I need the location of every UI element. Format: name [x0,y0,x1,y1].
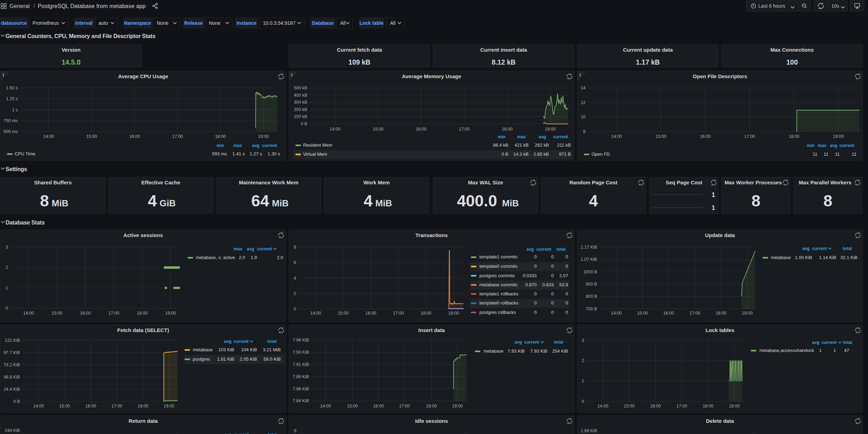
svg-text:0: 0 [534,310,537,315]
svg-text:11: 11 [824,152,829,157]
svg-text:15:00: 15:00 [59,404,70,409]
svg-text:Max WAL Size: Max WAL Size [468,179,503,185]
svg-text:i: i [580,73,581,78]
svg-text:current: current [536,247,552,252]
svg-text:template0 rollbacks: template0 rollbacks [479,300,518,306]
svg-text:1.81 KiB: 1.81 KiB [217,356,234,362]
svg-text:All: All [340,20,346,26]
svg-text:1.17 kB: 1.17 kB [636,58,660,66]
svg-text:Database Stats: Database Stats [6,220,45,226]
svg-text:min: min [216,143,224,148]
svg-text:Random Page Cost: Random Page Cost [569,179,618,185]
svg-text:metabase,accesssharelock: metabase,accesssharelock [759,348,814,353]
svg-text:400 kB: 400 kB [294,93,307,98]
svg-text:18:00: 18:00 [788,134,799,139]
svg-text:Version: Version [61,47,80,53]
svg-text:Release: Release [184,20,203,26]
svg-text:0: 0 [566,300,568,306]
svg-text:Active sessions: Active sessions [123,232,163,238]
svg-text:All: All [390,20,396,26]
svg-text:86.4 kB: 86.4 kB [493,142,508,148]
svg-text:211 kB: 211 kB [557,142,571,148]
svg-text:971 B: 971 B [559,152,571,157]
svg-text:MiB: MiB [502,198,519,208]
svg-text:1.9: 1.9 [251,255,257,260]
svg-text:Resident Mem: Resident Mem [303,142,332,148]
svg-text:1.30 s: 1.30 s [268,151,280,156]
svg-text:0: 0 [6,306,8,311]
svg-text:593 ms: 593 ms [212,151,227,156]
svg-text:2: 2 [294,291,296,296]
svg-text:0: 0 [566,291,568,296]
svg-text:MiB: MiB [272,198,289,208]
svg-text:PostgreSQL Database from metab: PostgreSQL Database from metabase app [38,3,146,9]
svg-text:Fetch data (SELECT): Fetch data (SELECT) [117,327,169,333]
svg-text:18:00: 18:00 [502,127,513,132]
svg-text:6: 6 [294,260,296,265]
svg-text:7.89 KiB: 7.89 KiB [293,374,309,379]
svg-text:0: 0 [551,291,554,296]
svg-text:8: 8 [40,192,49,210]
svg-text:100: 100 [786,58,798,66]
svg-text:total: total [268,432,277,434]
svg-text:17:00: 17:00 [172,134,183,139]
svg-text:12: 12 [581,100,586,105]
svg-text:7.84 KiB: 7.84 KiB [293,398,309,403]
svg-text:16:00: 16:00 [700,134,711,139]
svg-text:2: 2 [582,358,584,363]
svg-text:19:00: 19:00 [742,311,752,316]
svg-text:18:00: 18:00 [715,311,726,316]
svg-text:15:00: 15:00 [373,127,383,132]
svg-text:15:00: 15:00 [52,311,62,316]
svg-text:avg: avg [224,432,231,434]
svg-text:7.93 KiB: 7.93 KiB [530,348,547,354]
svg-text:Transactions: Transactions [415,232,448,238]
svg-text:16:00: 16:00 [416,127,427,132]
svg-text:2.05 KiB: 2.05 KiB [240,356,257,362]
svg-text:421 kB: 421 kB [515,142,529,148]
svg-text:97.7 KiB: 97.7 KiB [3,350,20,355]
svg-text:Insert data: Insert data [418,327,445,333]
svg-text:template1 rollbacks: template1 rollbacks [479,291,518,296]
svg-text:14:00: 14:00 [330,127,340,132]
svg-text:8: 8 [583,129,586,134]
svg-text:1: 1 [6,286,8,290]
svg-text:8.12 kB: 8.12 kB [492,58,515,66]
svg-text:Current update data: Current update data [623,47,673,53]
svg-text:General Counters, CPU, Memory: General Counters, CPU, Memory and File D… [6,33,155,39]
svg-text:2.07: 2.07 [559,273,568,278]
svg-text:15:00: 15:00 [637,311,648,316]
svg-text:16:00: 16:00 [80,311,91,316]
svg-text:Max Connections: Max Connections [770,47,814,53]
svg-text:16:00: 16:00 [85,404,96,409]
svg-text:0: 0 [551,264,554,269]
svg-text:8: 8 [751,192,760,210]
svg-text:18:00: 18:00 [420,311,431,316]
svg-text:Current fetch data: Current fetch data [337,47,382,53]
svg-text:1000 B: 1000 B [583,270,597,274]
svg-text:Namespace: Namespace [124,20,151,26]
svg-text:11: 11 [813,152,818,157]
svg-text:1: 1 [582,378,584,383]
svg-text:Work Mem: Work Mem [363,179,390,185]
svg-text:avg: avg [538,134,546,139]
svg-text:Effective Cache: Effective Cache [141,179,181,185]
svg-text:Open File Descriptors: Open File Descriptors [693,73,747,79]
svg-text:18:00: 18:00 [137,311,148,316]
svg-text:GiB: GiB [160,198,176,208]
svg-text:19:00: 19:00 [833,134,844,139]
svg-text:metabase: metabase [771,255,791,260]
svg-text:1.41 s: 1.41 s [233,151,245,156]
svg-text:Max Worker Processes: Max Worker Processes [724,179,782,185]
svg-text:current: current [822,340,837,345]
svg-text:current: current [839,143,855,148]
svg-text:avg: avg [252,143,259,148]
svg-text:14:00: 14:00 [320,404,331,409]
svg-text:max: max [517,134,526,139]
svg-text:current: current [234,339,249,344]
svg-text:14:00: 14:00 [33,404,44,409]
svg-text:Open FD: Open FD [591,152,610,157]
svg-text:Delete data: Delete data [706,418,734,424]
svg-text:48.8 KiB: 48.8 KiB [3,375,20,380]
svg-text:1.00 KiB: 1.00 KiB [795,255,812,260]
